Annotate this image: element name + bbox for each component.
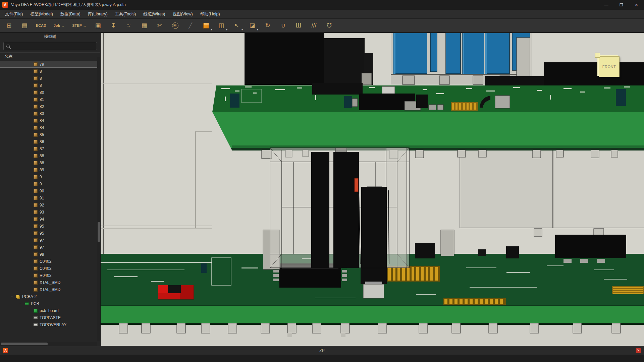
tree-item-label: PCBA-2 <box>22 294 37 299</box>
comp-icon <box>34 259 38 263</box>
tree-item-label: 91 <box>40 196 44 200</box>
tree-vertical-scrollbar[interactable] <box>97 57 100 341</box>
menu-model[interactable]: 模型(Model) <box>26 10 56 18</box>
tree-item-label: 92 <box>40 203 44 207</box>
tree-item-86[interactable]: 86 <box>0 138 100 145</box>
title-bar: A Vayo DFA E:/WORK/项目/DFA软件相关/大赛组装/zp.va… <box>0 0 644 10</box>
tree-item-9[interactable]: 9 <box>0 180 100 187</box>
comp-icon <box>34 274 38 278</box>
tree-item-80[interactable]: 80 <box>0 89 100 96</box>
view-3d-button[interactable]: ▾ <box>200 20 212 31</box>
ecad-import-button[interactable]: ECAD <box>34 20 49 31</box>
tree-column-header: 名称 <box>0 52 100 60</box>
component-view-button[interactable]: ◫▾ <box>215 20 228 31</box>
wire-brush-button[interactable]: /// <box>308 20 320 31</box>
paste-icon <box>34 316 38 319</box>
tree-item-label: 86 <box>40 139 44 144</box>
tree-item-c0402[interactable]: C0402 <box>0 265 100 272</box>
menu-wires[interactable]: 线缆(Wires) <box>140 10 169 18</box>
job-export-button[interactable]: Job → <box>51 20 67 31</box>
tree-item-8[interactable]: 8 <box>0 82 100 89</box>
menu-help[interactable]: 帮助(Help) <box>197 10 224 18</box>
tree-item-79[interactable]: 79 <box>0 61 100 68</box>
tree-horizontal-scrollbar[interactable] <box>0 342 97 346</box>
tree-item-8[interactable]: 8 <box>0 75 100 82</box>
select-mode-button[interactable]: ↖▾ <box>230 20 243 31</box>
menu-file[interactable]: 文件(File) <box>1 10 26 18</box>
maximize-button[interactable]: ❐ <box>614 0 629 10</box>
section-view-button[interactable]: ◪▾ <box>246 20 259 31</box>
tree-item-93[interactable]: 93 <box>0 208 100 216</box>
tree-item-label: 97 <box>40 238 44 243</box>
tree-item-xtal-smd[interactable]: XTAL_SMD <box>0 286 100 293</box>
measure-ruler-button[interactable]: ╱ <box>184 20 197 31</box>
tree-item-95[interactable]: 95 <box>0 230 100 237</box>
tree-search <box>3 42 97 50</box>
tree-item-92[interactable]: 92 <box>0 201 100 208</box>
pcb-3d-scene <box>101 33 644 346</box>
export-board-button[interactable]: ↧ <box>107 20 120 31</box>
inspect-button[interactable]: 检 <box>169 20 181 31</box>
tree-item-label: 98 <box>40 252 44 257</box>
tree-item-88[interactable]: 88 <box>0 159 100 166</box>
tree-item-xtal-smd[interactable]: XTAL_SMD <box>0 279 100 286</box>
status-close-button[interactable]: ✕ <box>636 348 641 353</box>
tree-item-toppaste[interactable]: TOPPASTE <box>0 314 100 321</box>
tree-item-97[interactable]: 97 <box>0 244 100 251</box>
tree-item-9[interactable]: 9 <box>0 173 100 180</box>
tree-item-89[interactable]: 89 <box>0 166 100 173</box>
close-button[interactable]: ✕ <box>629 0 644 10</box>
probe-button[interactable]: ℧ <box>323 20 336 31</box>
viewport-3d[interactable]: FRONT <box>101 33 644 346</box>
tree-item-81[interactable]: 81 <box>0 96 100 103</box>
pin-array-button[interactable]: Ш <box>292 20 305 31</box>
tree-item-label: 88 <box>40 154 44 158</box>
measure-graph-button[interactable]: ≈ <box>122 20 135 31</box>
tree-item-90[interactable]: 90 <box>0 187 100 194</box>
tree-item-82[interactable]: 82 <box>0 103 100 110</box>
menu-tools[interactable]: 工具(Tools) <box>111 10 140 18</box>
lead-pins-button[interactable]: ∪ <box>277 20 289 31</box>
search-input[interactable] <box>11 44 97 49</box>
overlay-icon <box>34 323 38 326</box>
comp-icon <box>34 288 38 292</box>
tree-item-pcb[interactable]: −PCB <box>0 300 100 307</box>
tree-item-label: C0402 <box>40 266 51 271</box>
save-button[interactable]: ▣ <box>92 20 104 31</box>
view-cube[interactable]: FRONT <box>599 56 620 77</box>
step-export-button[interactable]: STEP → <box>70 20 89 31</box>
tree-item-84[interactable]: 84 <box>0 117 100 124</box>
tree-item-87[interactable]: 87 <box>0 145 100 152</box>
menu-data[interactable]: 数据(Data) <box>57 10 84 18</box>
tree-item-94[interactable]: 94 <box>0 216 100 223</box>
tree-item-85[interactable]: 85 <box>0 131 100 138</box>
tree-item-98[interactable]: 98 <box>0 251 100 258</box>
collapse-toggle[interactable]: − <box>19 302 25 306</box>
board-layers-button[interactable]: ▦ <box>138 20 151 31</box>
tree-item-8[interactable]: 8 <box>0 68 100 75</box>
collapse-toggle[interactable]: − <box>11 295 16 299</box>
tree-item-r0402[interactable]: R0402 <box>0 272 100 279</box>
menu-view[interactable]: 视图(View) <box>169 10 196 18</box>
tree-item-label: R0402 <box>40 273 51 278</box>
open-document-button[interactable]: ▤ <box>18 20 31 31</box>
tree-item-84[interactable]: 84 <box>0 124 100 131</box>
new-button[interactable]: ⊞ <box>3 20 15 31</box>
menu-bar: 文件(File)模型(Model)数据(Data)库(Library)工具(To… <box>0 10 644 19</box>
rotate-view-button[interactable]: ↻ <box>261 20 274 31</box>
menu-library[interactable]: 库(Library) <box>84 10 111 18</box>
tree-item-pcba-2[interactable]: −PCBA-2 <box>0 293 100 300</box>
tree-item-91[interactable]: 91 <box>0 194 100 201</box>
comp-icon <box>34 62 38 66</box>
tree-item-97[interactable]: 97 <box>0 237 100 244</box>
tree-item-pcb-board[interactable]: pcb_board <box>0 307 100 314</box>
panel-title: 模型树 <box>0 33 100 40</box>
tree-item-88[interactable]: 88 <box>0 152 100 159</box>
tree-item-83[interactable]: 83 <box>0 110 100 117</box>
tree-item-topoverlay[interactable]: TOPOVERLAY <box>0 321 100 328</box>
tree-item-95[interactable]: 95 <box>0 223 100 230</box>
tree-item-c0402[interactable]: C0402 <box>0 258 100 265</box>
minimize-button[interactable]: — <box>599 0 614 10</box>
cut-button[interactable]: ✂ <box>153 20 166 31</box>
comp-icon <box>34 140 38 144</box>
